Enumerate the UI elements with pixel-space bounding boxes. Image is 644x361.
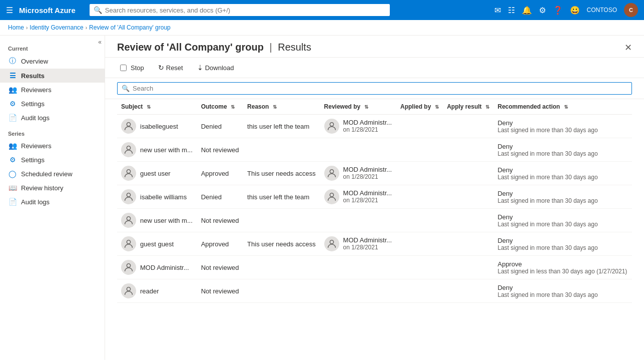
sort-icon-apply-result[interactable]: ⇅ (485, 104, 489, 110)
sort-icon-applied-by[interactable]: ⇅ (435, 104, 439, 110)
subject-name: guest guest (140, 240, 174, 248)
breadcrumb-current: Review of 'All Company' group (89, 24, 171, 31)
table-row: isabelleguest Deniedthis user left the t… (117, 115, 632, 138)
rec-action-sub: Last signed in more than 30 days ago (497, 150, 628, 157)
cell-subject: isabelle williams (117, 185, 197, 209)
cell-subject: new user with m... (117, 138, 197, 162)
cell-reviewed-by (320, 209, 396, 232)
cell-apply-result (443, 162, 493, 185)
cell-reason (243, 209, 320, 232)
download-label: Download (205, 64, 234, 72)
reset-button[interactable]: ↻ Reset (155, 62, 186, 74)
subject-name: isabelle williams (140, 193, 187, 201)
rec-action-sub: Last signed in more than 30 days ago (497, 174, 628, 181)
brand-logo: Microsoft Azure (19, 6, 76, 15)
reviewer-info: MOD Administr... on 1/28/2021 (343, 166, 392, 180)
sidebar-item-reviewers[interactable]: 👥 Reviewers (0, 83, 105, 97)
reviewer-date: on 1/28/2021 (343, 126, 392, 133)
cell-rec-action: Deny Last signed in more than 30 days ag… (493, 185, 632, 209)
breadcrumb-home[interactable]: Home (8, 24, 24, 31)
reviewer-avatar (324, 236, 339, 251)
face-icon[interactable]: 😀 (570, 6, 580, 15)
svg-point-2 (127, 146, 130, 150)
cell-apply-result (443, 185, 493, 209)
series-settings-icon: ⚙ (8, 156, 17, 164)
cell-outcome: Not reviewed (197, 256, 243, 279)
sort-icon-reason[interactable]: ⇅ (273, 104, 277, 110)
user-cell: new user with m... (121, 142, 193, 157)
sort-icon-outcome[interactable]: ⇅ (231, 104, 235, 110)
rec-action-label: Deny (497, 119, 628, 127)
cell-reviewed-by: MOD Administr... on 1/28/2021 (320, 185, 396, 209)
scheduled-icon: ◯ (8, 170, 17, 178)
col-reason: Reason ⇅ (243, 99, 320, 115)
main-content: Review of 'All Company' group | Results … (105, 36, 644, 360)
close-button[interactable]: ✕ (624, 42, 632, 53)
page-header: Review of 'All Company' group | Results … (105, 36, 644, 58)
svg-point-7 (127, 217, 130, 220)
top-nav: ☰ Microsoft Azure 🔍 ✉ ☷ 🔔 ⚙ ❓ 😀 CONTOSO … (0, 0, 644, 20)
user-avatar[interactable]: C (624, 3, 638, 17)
cell-outcome: Denied (197, 185, 243, 209)
reviewer-name: MOD Administr... (343, 236, 392, 244)
sidebar-series-scheduled[interactable]: ◯ Scheduled review (0, 167, 105, 181)
cell-reviewed-by (320, 256, 396, 279)
rec-action-sub: Last signed in more than 30 days ago (497, 221, 628, 228)
reviewer-cell: MOD Administr... on 1/28/2021 (324, 166, 392, 181)
download-icon: ⇣ (197, 64, 203, 72)
settings-icon: ⚙ (8, 100, 17, 108)
sidebar: « Current ⓘ Overview ☰ Results 👥 Reviewe… (0, 36, 105, 360)
search-icon: 🔍 (94, 6, 102, 14)
global-search-input[interactable] (105, 7, 386, 14)
table-header-row: Subject ⇅ Outcome ⇅ Reason ⇅ Reviewed (117, 99, 632, 115)
svg-point-11 (127, 287, 130, 291)
sidebar-item-overview[interactable]: ⓘ Overview (0, 54, 105, 69)
portal-icon[interactable]: ☷ (508, 6, 515, 15)
col-apply-result: Apply result ⇅ (443, 99, 493, 115)
toolbar: Stop ↻ Reset ⇣ Download (105, 58, 644, 78)
breadcrumb: Home › Identity Governance › Review of '… (0, 20, 644, 36)
bell-icon[interactable]: 🔔 (522, 6, 532, 15)
sort-icon-reviewed-by[interactable]: ⇅ (364, 104, 368, 110)
subject-name: reader (140, 287, 159, 295)
table-row: new user with m... Not reviewed Deny Las… (117, 209, 632, 232)
settings-gear-icon[interactable]: ⚙ (539, 6, 546, 15)
col-reviewed-by: Reviewed by ⇅ (320, 99, 396, 115)
page-title: Review of 'All Company' group | Results (117, 42, 311, 53)
sidebar-series-settings[interactable]: ⚙ Settings (0, 153, 105, 167)
sidebar-series-label-settings: Settings (21, 156, 45, 164)
sidebar-label-results: Results (21, 72, 45, 80)
sort-icon-rec-action[interactable]: ⇅ (564, 104, 568, 110)
svg-point-9 (330, 240, 333, 244)
sidebar-series-history[interactable]: 📖 Review history (0, 181, 105, 195)
sidebar-item-results[interactable]: ☰ Results (0, 69, 105, 83)
download-button[interactable]: ⇣ Download (194, 62, 237, 74)
help-icon[interactable]: ❓ (553, 6, 563, 15)
sidebar-series-reviewers[interactable]: 👥 Reviewers (0, 139, 105, 153)
cell-apply-result (443, 209, 493, 232)
col-subject: Subject ⇅ (117, 99, 197, 115)
reviewer-avatar (324, 119, 339, 134)
sidebar-item-settings[interactable]: ⚙ Settings (0, 97, 105, 111)
rec-action-label: Deny (497, 190, 628, 197)
cell-applied-by (396, 162, 443, 185)
stop-checkbox[interactable] (120, 65, 127, 71)
search-input[interactable] (133, 85, 627, 92)
reviewer-name: MOD Administr... (343, 166, 392, 173)
audit-icon: 📄 (8, 114, 17, 122)
reviewer-name: MOD Administr... (343, 119, 392, 126)
avatar (121, 213, 136, 228)
cell-apply-result (443, 115, 493, 138)
hamburger-menu[interactable]: ☰ (6, 6, 13, 15)
global-search-bar[interactable]: 🔍 (90, 4, 390, 16)
sidebar-label-reviewers: Reviewers (21, 86, 52, 94)
email-icon[interactable]: ✉ (494, 6, 501, 15)
sidebar-collapse-btn[interactable]: « (98, 39, 102, 46)
rec-action-sub: Last signed in more than 30 days ago (497, 127, 628, 134)
stop-button[interactable]: Stop (117, 62, 147, 74)
sort-icon-subject[interactable]: ⇅ (147, 104, 151, 110)
sidebar-series-audit[interactable]: 📄 Audit logs (0, 195, 105, 209)
sidebar-item-audit-logs[interactable]: 📄 Audit logs (0, 111, 105, 125)
breadcrumb-identity-governance[interactable]: Identity Governance (30, 24, 83, 31)
cell-applied-by (396, 115, 443, 138)
